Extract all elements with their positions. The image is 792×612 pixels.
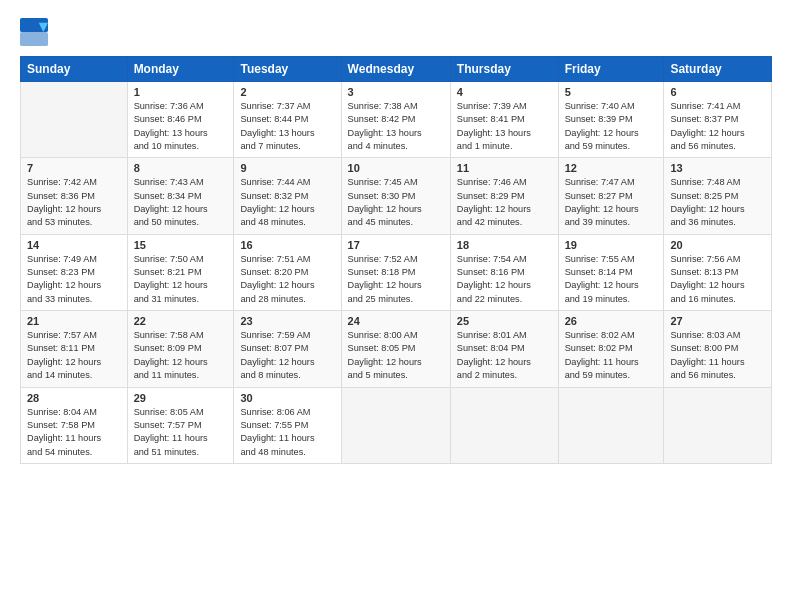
day-info: Sunrise: 7:38 AM Sunset: 8:42 PM Dayligh…	[348, 100, 444, 153]
calendar-cell: 18Sunrise: 7:54 AM Sunset: 8:16 PM Dayli…	[450, 234, 558, 310]
day-info: Sunrise: 7:58 AM Sunset: 8:09 PM Dayligh…	[134, 329, 228, 382]
day-info: Sunrise: 7:43 AM Sunset: 8:34 PM Dayligh…	[134, 176, 228, 229]
calendar-week-5: 28Sunrise: 8:04 AM Sunset: 7:58 PM Dayli…	[21, 387, 772, 463]
day-info: Sunrise: 7:41 AM Sunset: 8:37 PM Dayligh…	[670, 100, 765, 153]
day-info: Sunrise: 7:40 AM Sunset: 8:39 PM Dayligh…	[565, 100, 658, 153]
day-info: Sunrise: 7:56 AM Sunset: 8:13 PM Dayligh…	[670, 253, 765, 306]
weekday-header-sunday: Sunday	[21, 57, 128, 82]
day-info: Sunrise: 8:03 AM Sunset: 8:00 PM Dayligh…	[670, 329, 765, 382]
calendar-cell: 11Sunrise: 7:46 AM Sunset: 8:29 PM Dayli…	[450, 158, 558, 234]
day-info: Sunrise: 7:59 AM Sunset: 8:07 PM Dayligh…	[240, 329, 334, 382]
day-number: 28	[27, 392, 121, 404]
day-info: Sunrise: 7:50 AM Sunset: 8:21 PM Dayligh…	[134, 253, 228, 306]
day-number: 13	[670, 162, 765, 174]
day-number: 19	[565, 239, 658, 251]
calendar-cell: 15Sunrise: 7:50 AM Sunset: 8:21 PM Dayli…	[127, 234, 234, 310]
calendar: SundayMondayTuesdayWednesdayThursdayFrid…	[20, 56, 772, 464]
calendar-cell: 24Sunrise: 8:00 AM Sunset: 8:05 PM Dayli…	[341, 311, 450, 387]
calendar-cell: 25Sunrise: 8:01 AM Sunset: 8:04 PM Dayli…	[450, 311, 558, 387]
calendar-week-1: 1Sunrise: 7:36 AM Sunset: 8:46 PM Daylig…	[21, 82, 772, 158]
day-info: Sunrise: 7:54 AM Sunset: 8:16 PM Dayligh…	[457, 253, 552, 306]
day-number: 11	[457, 162, 552, 174]
day-number: 1	[134, 86, 228, 98]
day-info: Sunrise: 7:57 AM Sunset: 8:11 PM Dayligh…	[27, 329, 121, 382]
day-number: 23	[240, 315, 334, 327]
weekday-header-monday: Monday	[127, 57, 234, 82]
calendar-cell: 29Sunrise: 8:05 AM Sunset: 7:57 PM Dayli…	[127, 387, 234, 463]
day-number: 21	[27, 315, 121, 327]
day-info: Sunrise: 7:46 AM Sunset: 8:29 PM Dayligh…	[457, 176, 552, 229]
calendar-cell: 10Sunrise: 7:45 AM Sunset: 8:30 PM Dayli…	[341, 158, 450, 234]
calendar-cell: 3Sunrise: 7:38 AM Sunset: 8:42 PM Daylig…	[341, 82, 450, 158]
day-number: 24	[348, 315, 444, 327]
day-info: Sunrise: 7:48 AM Sunset: 8:25 PM Dayligh…	[670, 176, 765, 229]
weekday-header-saturday: Saturday	[664, 57, 772, 82]
weekday-header-thursday: Thursday	[450, 57, 558, 82]
weekday-header-tuesday: Tuesday	[234, 57, 341, 82]
calendar-cell	[341, 387, 450, 463]
calendar-week-2: 7Sunrise: 7:42 AM Sunset: 8:36 PM Daylig…	[21, 158, 772, 234]
day-info: Sunrise: 7:44 AM Sunset: 8:32 PM Dayligh…	[240, 176, 334, 229]
day-number: 18	[457, 239, 552, 251]
logo	[20, 18, 52, 46]
calendar-cell: 13Sunrise: 7:48 AM Sunset: 8:25 PM Dayli…	[664, 158, 772, 234]
day-info: Sunrise: 8:02 AM Sunset: 8:02 PM Dayligh…	[565, 329, 658, 382]
calendar-cell: 12Sunrise: 7:47 AM Sunset: 8:27 PM Dayli…	[558, 158, 664, 234]
calendar-cell: 17Sunrise: 7:52 AM Sunset: 8:18 PM Dayli…	[341, 234, 450, 310]
page-header	[20, 18, 772, 46]
calendar-cell: 7Sunrise: 7:42 AM Sunset: 8:36 PM Daylig…	[21, 158, 128, 234]
calendar-cell: 8Sunrise: 7:43 AM Sunset: 8:34 PM Daylig…	[127, 158, 234, 234]
calendar-cell	[558, 387, 664, 463]
day-info: Sunrise: 7:42 AM Sunset: 8:36 PM Dayligh…	[27, 176, 121, 229]
day-info: Sunrise: 8:04 AM Sunset: 7:58 PM Dayligh…	[27, 406, 121, 459]
day-number: 4	[457, 86, 552, 98]
day-number: 20	[670, 239, 765, 251]
day-number: 12	[565, 162, 658, 174]
calendar-cell: 6Sunrise: 7:41 AM Sunset: 8:37 PM Daylig…	[664, 82, 772, 158]
logo-icon	[20, 18, 48, 46]
calendar-cell: 30Sunrise: 8:06 AM Sunset: 7:55 PM Dayli…	[234, 387, 341, 463]
day-number: 5	[565, 86, 658, 98]
day-number: 27	[670, 315, 765, 327]
calendar-cell: 2Sunrise: 7:37 AM Sunset: 8:44 PM Daylig…	[234, 82, 341, 158]
calendar-cell: 21Sunrise: 7:57 AM Sunset: 8:11 PM Dayli…	[21, 311, 128, 387]
day-info: Sunrise: 7:37 AM Sunset: 8:44 PM Dayligh…	[240, 100, 334, 153]
calendar-cell: 22Sunrise: 7:58 AM Sunset: 8:09 PM Dayli…	[127, 311, 234, 387]
day-number: 10	[348, 162, 444, 174]
calendar-cell: 20Sunrise: 7:56 AM Sunset: 8:13 PM Dayli…	[664, 234, 772, 310]
weekday-header-wednesday: Wednesday	[341, 57, 450, 82]
calendar-cell: 16Sunrise: 7:51 AM Sunset: 8:20 PM Dayli…	[234, 234, 341, 310]
day-info: Sunrise: 7:36 AM Sunset: 8:46 PM Dayligh…	[134, 100, 228, 153]
calendar-cell: 9Sunrise: 7:44 AM Sunset: 8:32 PM Daylig…	[234, 158, 341, 234]
day-info: Sunrise: 8:00 AM Sunset: 8:05 PM Dayligh…	[348, 329, 444, 382]
calendar-week-4: 21Sunrise: 7:57 AM Sunset: 8:11 PM Dayli…	[21, 311, 772, 387]
day-number: 26	[565, 315, 658, 327]
day-number: 16	[240, 239, 334, 251]
day-number: 7	[27, 162, 121, 174]
day-info: Sunrise: 8:01 AM Sunset: 8:04 PM Dayligh…	[457, 329, 552, 382]
day-number: 22	[134, 315, 228, 327]
day-number: 3	[348, 86, 444, 98]
day-number: 8	[134, 162, 228, 174]
day-number: 2	[240, 86, 334, 98]
calendar-cell: 26Sunrise: 8:02 AM Sunset: 8:02 PM Dayli…	[558, 311, 664, 387]
day-number: 25	[457, 315, 552, 327]
calendar-cell: 1Sunrise: 7:36 AM Sunset: 8:46 PM Daylig…	[127, 82, 234, 158]
day-info: Sunrise: 7:49 AM Sunset: 8:23 PM Dayligh…	[27, 253, 121, 306]
day-info: Sunrise: 7:39 AM Sunset: 8:41 PM Dayligh…	[457, 100, 552, 153]
calendar-cell: 23Sunrise: 7:59 AM Sunset: 8:07 PM Dayli…	[234, 311, 341, 387]
day-number: 30	[240, 392, 334, 404]
svg-rect-1	[20, 32, 48, 46]
calendar-cell: 28Sunrise: 8:04 AM Sunset: 7:58 PM Dayli…	[21, 387, 128, 463]
day-info: Sunrise: 7:52 AM Sunset: 8:18 PM Dayligh…	[348, 253, 444, 306]
day-number: 9	[240, 162, 334, 174]
calendar-cell	[664, 387, 772, 463]
day-number: 14	[27, 239, 121, 251]
calendar-cell: 27Sunrise: 8:03 AM Sunset: 8:00 PM Dayli…	[664, 311, 772, 387]
day-info: Sunrise: 7:45 AM Sunset: 8:30 PM Dayligh…	[348, 176, 444, 229]
day-number: 17	[348, 239, 444, 251]
calendar-cell	[450, 387, 558, 463]
calendar-cell: 5Sunrise: 7:40 AM Sunset: 8:39 PM Daylig…	[558, 82, 664, 158]
weekday-header-friday: Friday	[558, 57, 664, 82]
day-info: Sunrise: 7:51 AM Sunset: 8:20 PM Dayligh…	[240, 253, 334, 306]
